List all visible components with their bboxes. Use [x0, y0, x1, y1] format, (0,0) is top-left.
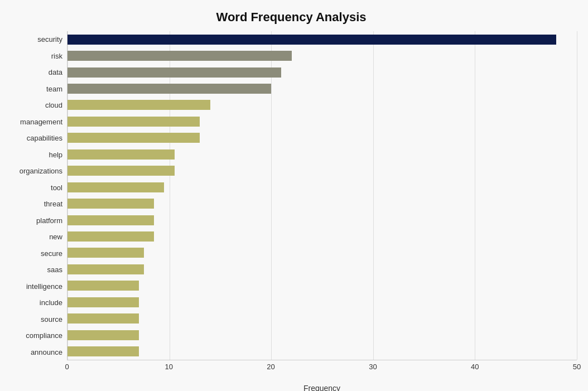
bar-row — [68, 66, 577, 79]
chart-container: Word Frequency Analysis securityriskdata… — [0, 0, 588, 391]
bar-row — [68, 115, 577, 128]
x-axis-label: Frequency — [67, 384, 577, 391]
y-label: capabilities — [6, 131, 62, 146]
bar — [68, 149, 175, 160]
bar-row — [68, 296, 577, 308]
bar — [68, 35, 556, 45]
x-tick: 20 — [267, 363, 274, 371]
y-label: intelligence — [6, 279, 62, 293]
y-label: risk — [6, 49, 62, 63]
x-tick: 10 — [165, 363, 173, 371]
bar-row — [68, 230, 577, 243]
bar-row — [68, 132, 577, 144]
bars-grid — [67, 31, 577, 360]
y-label: new — [6, 230, 62, 244]
bar — [68, 166, 175, 176]
bar-row — [68, 263, 577, 276]
bar — [68, 231, 154, 242]
bar-row — [68, 329, 577, 341]
y-label: organizations — [6, 164, 62, 178]
bar-row — [68, 33, 577, 46]
bar — [68, 264, 144, 274]
y-label: data — [6, 65, 62, 80]
y-label: secure — [6, 246, 62, 260]
bar — [68, 248, 144, 258]
bar — [68, 117, 200, 127]
y-label: source — [6, 312, 62, 326]
bar-row — [68, 99, 577, 111]
y-label: help — [6, 147, 62, 162]
bar — [68, 51, 292, 61]
bar-row — [68, 247, 577, 259]
chart-title: Word Frequency Analysis — [6, 6, 577, 31]
y-label: compliance — [6, 329, 62, 343]
y-label: management — [6, 114, 62, 129]
bar-row — [68, 165, 577, 177]
y-label: cloud — [6, 98, 62, 113]
y-label: announce — [6, 345, 62, 359]
bar-row — [68, 312, 577, 325]
x-tick: 30 — [369, 363, 377, 371]
y-axis: securityriskdatateamcloudmanagementcapab… — [6, 31, 67, 360]
x-axis: 01020304050 — [67, 360, 577, 371]
bar-row — [68, 214, 577, 226]
bar — [68, 330, 139, 340]
bar-row — [68, 345, 577, 358]
bar — [68, 133, 200, 143]
y-label: threat — [6, 197, 62, 211]
x-tick: 0 — [65, 363, 69, 371]
y-label: include — [6, 296, 62, 310]
y-label: saas — [6, 263, 62, 277]
bar — [68, 313, 139, 324]
x-tick: 50 — [573, 363, 581, 371]
x-tick: 40 — [471, 363, 479, 371]
bar-row — [68, 83, 577, 95]
bar — [68, 215, 154, 225]
bar-row — [68, 197, 577, 210]
bar — [68, 182, 164, 192]
y-label: platform — [6, 213, 62, 228]
bar — [68, 67, 281, 78]
bar — [68, 281, 139, 291]
bar-row — [68, 148, 577, 161]
bar-row — [68, 50, 577, 62]
bar-row — [68, 181, 577, 194]
y-label: team — [6, 81, 62, 96]
bar — [68, 346, 139, 356]
chart-area: securityriskdatateamcloudmanagementcapab… — [6, 31, 577, 360]
bar — [68, 297, 139, 307]
y-label: security — [6, 32, 62, 47]
bar — [68, 199, 154, 209]
bar — [68, 100, 210, 110]
y-label: tool — [6, 180, 62, 195]
bar — [68, 84, 271, 94]
bar-row — [68, 279, 577, 292]
